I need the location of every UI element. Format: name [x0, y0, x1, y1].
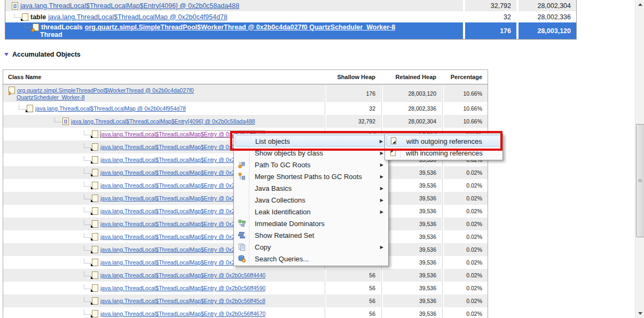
table-row[interactable]: java.lang.ThreadLocal$ThreadLocalMap$Ent…	[3, 269, 488, 282]
object-icon	[92, 169, 98, 176]
menu-item-leak-identification[interactable]: Leak Identification▶	[235, 206, 387, 218]
retained-heap-cell: 39,536	[381, 230, 442, 243]
object-link[interactable]: java.lang.ThreadLocal$ThreadLocalMap$Ent…	[20, 2, 239, 10]
shallow-heap-cell: 32,792	[463, 0, 516, 11]
table-row[interactable]: []java.lang.ThreadLocal$ThreadLocalMap$E…	[3, 115, 488, 128]
class-name-cell: java.lang.ThreadLocal$ThreadLocalMap$Ent…	[3, 282, 324, 294]
tree-elbow-connector	[84, 233, 91, 238]
outgoing-reference-icon	[387, 137, 400, 145]
menu-item-java-basics[interactable]: Java Basics▶	[235, 182, 387, 194]
object-link[interactable]: java.lang.ThreadLocal$ThreadLocalMap$Ent…	[100, 208, 255, 214]
menu-item-merge-shortest-paths-to-gc-roots[interactable]: Merge Shortest Paths to GC Roots▶	[235, 170, 387, 182]
menu-item-label: List objects	[249, 137, 290, 145]
outgoing-reference-marker-icon	[26, 110, 29, 112]
outgoing-reference-marker-icon	[91, 315, 94, 317]
column-header-retained-heap[interactable]: Retained Heap	[381, 70, 442, 84]
menu-item-label: Java Basics	[249, 184, 292, 192]
object-link[interactable]: java.lang.ThreadLocal$ThreadLocalMap$Ent…	[100, 246, 255, 253]
object-link[interactable]: java.lang.ThreadLocal$ThreadLocalMap @ 0…	[35, 105, 186, 112]
retained-heap-cell: 39,536	[381, 166, 442, 179]
table-row[interactable]: java.lang.ThreadLocal$ThreadLocalMap$Ent…	[3, 282, 488, 294]
tree-table-row[interactable]: threadLocalsorg.quartz.simpl.SimpleThrea…	[5, 22, 576, 39]
outgoing-reference-marker-icon	[91, 199, 94, 202]
gc-roots-icon	[235, 161, 249, 168]
menu-item-with-incoming-references[interactable]: with incoming references	[386, 147, 501, 159]
object-link[interactable]: java.lang.ThreadLocal$ThreadLocalMap$Ent…	[100, 144, 253, 150]
copy-icon	[235, 243, 249, 251]
menu-item-show-objects-by-class[interactable]: Show objects by class▶	[235, 147, 387, 159]
retained-heap-cell: 28,002,304	[516, 0, 576, 11]
tree-elbow-connector	[84, 156, 91, 161]
thumb-grip-icon	[638, 179, 642, 183]
object-link[interactable]: java.lang.ThreadLocal$ThreadLocalMap$Ent…	[100, 285, 265, 291]
object-link[interactable]: org.quartz.simpl.SimpleThreadPool$Worker…	[17, 87, 194, 94]
menu-item-immediate-dominators[interactable]: Immediate Dominators	[235, 218, 387, 229]
thread-object-icon	[9, 87, 15, 94]
shallow-heap-cell: 176	[463, 22, 516, 39]
up-arrow-icon	[638, 3, 642, 6]
menu-item-show-retained-set[interactable]: Show Retained Set	[235, 229, 387, 241]
retained-set-icon	[235, 231, 249, 239]
retained-heap-cell: 28,002,336	[381, 102, 442, 115]
table-row[interactable]: org.quartz.simpl.SimpleThreadPool$Worker…	[3, 84, 488, 102]
shallow-heap-cell: 56	[324, 269, 381, 282]
tree-elbow-connector	[14, 13, 21, 18]
table-row[interactable]: java.lang.ThreadLocal$ThreadLocalMap @ 0…	[3, 102, 488, 115]
shallow-heap-cell: 32	[463, 11, 516, 22]
object-link[interactable]: org.quartz.simpl.SimpleThreadPool$Worker…	[85, 24, 395, 31]
submenu-arrow-icon: ▶	[380, 245, 383, 250]
percentage-cell: 0.02%	[442, 205, 488, 218]
object-link[interactable]: java.lang.ThreadLocal$ThreadLocalMap$Ent…	[100, 157, 254, 163]
scroll-down-button[interactable]	[635, 309, 644, 318]
scrollbar-thumb[interactable]	[636, 124, 644, 237]
object-link[interactable]: java.lang.ThreadLocal$ThreadLocalMap$Ent…	[71, 118, 255, 125]
percentage-cell: 0.02%	[442, 192, 488, 205]
table-row[interactable]: java.lang.ThreadLocal$ThreadLocalMap$Ent…	[3, 294, 488, 307]
tree-elbow-connector	[84, 272, 91, 276]
menu-item-label: Path To GC Roots	[249, 161, 311, 169]
scroll-up-button[interactable]	[635, 0, 644, 9]
object-link[interactable]: java.lang.ThreadLocal$ThreadLocalMap @ 0…	[48, 13, 227, 21]
menu-item-search-queries[interactable]: Search Queries...	[235, 253, 387, 265]
object-link[interactable]: java.lang.ThreadLocal$ThreadLocalMap$Ent…	[100, 195, 255, 201]
submenu-arrow-icon: ▶	[380, 210, 383, 214]
menu-item-list-objects[interactable]: List objects▶	[235, 135, 387, 147]
object-link[interactable]: java.lang.ThreadLocal$ThreadLocalMap$Ent…	[100, 259, 255, 266]
object-link[interactable]: java.lang.ThreadLocal$ThreadLocalMap$Ent…	[100, 234, 255, 240]
column-header-class-name[interactable]: Class Name	[3, 70, 324, 84]
submenu-arrow-icon: ▶	[380, 174, 383, 179]
object-icon	[92, 143, 98, 151]
outgoing-reference-marker-icon	[91, 148, 94, 151]
menu-item-label: Copy	[249, 243, 271, 251]
object-link[interactable]: java.lang.ThreadLocal$ThreadLocalMap$Ent…	[100, 221, 255, 227]
outgoing-reference-marker-icon	[91, 225, 94, 228]
object-link[interactable]: java.lang.ThreadLocal$ThreadLocalMap$Ent…	[100, 298, 265, 304]
column-header-shallow-heap[interactable]: Shallow Heap	[324, 70, 381, 84]
class-name-cell: []java.lang.ThreadLocal$ThreadLocalMap$E…	[5, 0, 463, 11]
object-icon	[92, 233, 98, 241]
retained-heap-cell: 39,536	[381, 192, 442, 205]
percentage-cell: 0.02%	[442, 282, 488, 294]
retained-heap-cell: 39,536	[381, 179, 442, 192]
object-link[interactable]: QuartzScheduler_Worker-8	[17, 94, 85, 100]
menu-item-path-to-gc-roots[interactable]: Path To GC Roots▶	[235, 159, 387, 170]
menu-item-with-outgoing-references[interactable]: with outgoing references	[386, 135, 501, 147]
retained-heap-cell: 39,536	[381, 256, 442, 269]
menu-item-label: with outgoing references	[400, 137, 482, 145]
vertical-scrollbar[interactable]	[635, 0, 644, 318]
object-link[interactable]: java.lang.ThreadLocal$ThreadLocalMap$Ent…	[100, 169, 255, 176]
column-header-percentage[interactable]: Percentage	[442, 70, 488, 84]
menu-item-java-collections[interactable]: Java Collections▶	[235, 194, 387, 206]
outgoing-reference-marker-icon	[91, 238, 94, 241]
object-link[interactable]: java.lang.ThreadLocal$ThreadLocalMap$Ent…	[100, 311, 265, 317]
menu-item-copy[interactable]: Copy▶	[235, 241, 387, 253]
tree-table-row[interactable]: tablejava.lang.ThreadLocal$ThreadLocalMa…	[5, 11, 576, 22]
collapse-triangle-icon[interactable]	[4, 53, 9, 56]
object-link[interactable]: java.lang.ThreadLocal$ThreadLocalMap$Ent…	[100, 272, 265, 278]
shallow-heap-cell: 56	[324, 294, 381, 307]
object-link[interactable]: java.lang.ThreadLocal$ThreadLocalMap$Ent…	[100, 182, 255, 189]
tree-table-row[interactable]: []java.lang.ThreadLocal$ThreadLocalMap$E…	[5, 0, 576, 11]
table-row[interactable]: java.lang.ThreadLocal$ThreadLocalMap$Ent…	[3, 307, 488, 318]
class-name-line2: Thread	[25, 31, 463, 38]
percentage-cell: 0.02%	[442, 307, 488, 318]
